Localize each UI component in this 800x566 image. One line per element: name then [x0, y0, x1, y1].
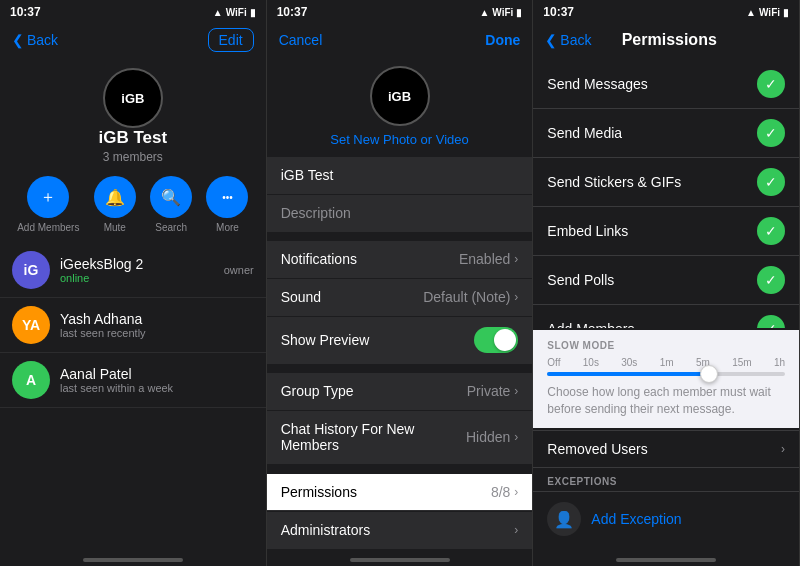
group-type-row[interactable]: Group Type Private ›	[267, 373, 533, 410]
more-icon: •••	[206, 176, 248, 218]
member-status: last seen recently	[60, 327, 254, 339]
member-status: online	[60, 272, 214, 284]
set-photo-link[interactable]: Set New Photo or Video	[330, 132, 469, 147]
chevron-icon: ›	[514, 485, 518, 499]
chat-history-label: Chat History For New Members	[281, 421, 466, 453]
battery-icon-3: ▮	[783, 7, 789, 18]
home-bar-3	[616, 558, 716, 562]
perm-label: Send Media	[547, 125, 622, 141]
nav-bar-1: ❮ Back Edit	[0, 22, 266, 60]
member-info: iGeeksBlog 2 online	[60, 256, 214, 284]
group-name-input[interactable]	[281, 167, 519, 183]
show-preview-label: Show Preview	[281, 332, 370, 348]
perm-add-members[interactable]: Add Members ✓	[533, 305, 799, 328]
wifi-icon: WiFi	[226, 7, 247, 18]
list-item[interactable]: iG iGeeksBlog 2 online owner	[0, 243, 266, 298]
perm-label: Add Members	[547, 321, 634, 328]
list-item[interactable]: YA Yash Adhana last seen recently	[0, 298, 266, 353]
group-name-row[interactable]	[267, 157, 533, 194]
show-preview-toggle[interactable]	[474, 327, 518, 353]
group-type-value: Private ›	[467, 383, 519, 399]
sound-row[interactable]: Sound Default (Note) ›	[267, 279, 533, 316]
sound-value: Default (Note) ›	[423, 289, 518, 305]
administrators-row[interactable]: Administrators ›	[267, 512, 533, 549]
list-item[interactable]: A Aanal Patel last seen within a week	[0, 353, 266, 408]
panel-group-info: 10:37 ▲ WiFi ▮ ❮ Back Edit iGB iGB Test …	[0, 0, 267, 566]
perm-label: Send Polls	[547, 272, 614, 288]
perm-send-messages[interactable]: Send Messages ✓	[533, 60, 799, 109]
label-10s: 10s	[583, 357, 599, 368]
more-button[interactable]: ••• More	[206, 176, 248, 233]
back-button-3[interactable]: ❮ Back	[545, 32, 591, 48]
chat-history-row[interactable]: Chat History For New Members Hidden ›	[267, 411, 533, 464]
back-button-1[interactable]: ❮ Back	[12, 32, 58, 48]
member-name: Yash Adhana	[60, 311, 254, 327]
check-icon: ✓	[757, 119, 785, 147]
description-input[interactable]	[281, 205, 519, 221]
chevron-icon: ›	[781, 442, 785, 456]
search-button[interactable]: 🔍 Search	[150, 176, 192, 233]
slider-fill	[547, 372, 709, 376]
permissions-label: Permissions	[281, 484, 357, 500]
notifications-label: Notifications	[281, 251, 357, 267]
member-list: iG iGeeksBlog 2 online owner YA Yash Adh…	[0, 243, 266, 546]
status-bar-3: 10:37 ▲ WiFi ▮	[533, 0, 799, 22]
member-status: last seen within a week	[60, 382, 254, 394]
description-row[interactable]	[267, 195, 533, 232]
show-preview-row[interactable]: Show Preview	[267, 317, 533, 364]
home-indicator-3	[533, 546, 799, 566]
admin-section: Permissions 8/8 › Administrators ›	[267, 474, 533, 550]
perm-embed-links[interactable]: Embed Links ✓	[533, 207, 799, 256]
toggle-knob	[494, 329, 516, 351]
chevron-icon: ›	[514, 252, 518, 266]
perm-send-polls[interactable]: Send Polls ✓	[533, 256, 799, 305]
permissions-value: 8/8 ›	[491, 484, 518, 500]
slow-mode-title: SLOW MODE	[547, 340, 785, 351]
label-1m: 1m	[660, 357, 674, 368]
nav-bar-3: ❮ Back Permissions	[533, 22, 799, 60]
permissions-row[interactable]: Permissions 8/8 ›	[267, 474, 533, 511]
signal-icon: ▲	[213, 7, 223, 18]
avatar: iG	[12, 251, 50, 289]
avatar: A	[12, 361, 50, 399]
notifications-value: Enabled ›	[459, 251, 518, 267]
slow-mode-labels: Off 10s 30s 1m 5m 15m 1h	[547, 357, 785, 368]
search-icon: 🔍	[150, 176, 192, 218]
mute-button[interactable]: 🔔 Mute	[94, 176, 136, 233]
perm-send-stickers[interactable]: Send Stickers & GIFs ✓	[533, 158, 799, 207]
edit-button[interactable]: Edit	[208, 28, 254, 52]
group-type-label: Group Type	[281, 383, 354, 399]
mute-icon: 🔔	[94, 176, 136, 218]
check-icon: ✓	[757, 217, 785, 245]
battery-icon: ▮	[250, 7, 256, 18]
add-exception-icon: 👤	[547, 502, 581, 536]
slider-thumb	[700, 365, 718, 383]
status-icons-3: ▲ WiFi ▮	[746, 7, 789, 18]
member-name: iGeeksBlog 2	[60, 256, 214, 272]
battery-icon-2: ▮	[516, 7, 522, 18]
panel-permissions: 10:37 ▲ WiFi ▮ ❮ Back Permissions Send M…	[533, 0, 800, 566]
home-indicator-1	[0, 546, 266, 566]
status-bar-2: 10:37 ▲ WiFi ▮	[267, 0, 533, 22]
add-members-button[interactable]: ＋ Add Members	[17, 176, 79, 233]
perm-label: Send Messages	[547, 76, 647, 92]
removed-users-row[interactable]: Removed Users ›	[533, 430, 799, 468]
member-info: Aanal Patel last seen within a week	[60, 366, 254, 394]
more-label: More	[216, 222, 239, 233]
cancel-button[interactable]: Cancel	[279, 32, 323, 48]
notifications-row[interactable]: Notifications Enabled ›	[267, 241, 533, 278]
slow-mode-slider[interactable]	[547, 372, 785, 376]
add-icon: ＋	[27, 176, 69, 218]
permissions-title: Permissions	[622, 31, 717, 49]
chevron-icon: ›	[514, 290, 518, 304]
perm-send-media[interactable]: Send Media ✓	[533, 109, 799, 158]
add-exception-row[interactable]: 👤 Add Exception	[533, 491, 799, 546]
home-bar-2	[350, 558, 450, 562]
perm-label: Send Stickers & GIFs	[547, 174, 681, 190]
chevron-icon: ›	[514, 384, 518, 398]
done-button[interactable]: Done	[485, 32, 520, 48]
chat-history-value: Hidden ›	[466, 429, 518, 445]
edit-group-avatar[interactable]: iGB	[370, 66, 430, 126]
add-label: Add Members	[17, 222, 79, 233]
member-info: Yash Adhana last seen recently	[60, 311, 254, 339]
